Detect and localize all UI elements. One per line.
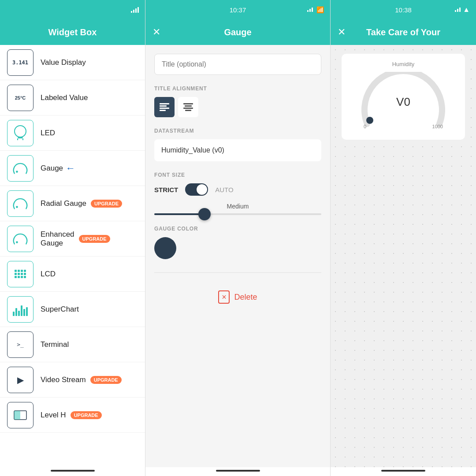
widget-item-terminal[interactable]: >_ Terminal [0, 327, 145, 362]
slider-track[interactable] [154, 213, 321, 215]
level-h-upgrade[interactable]: UPGRADE [71, 411, 102, 419]
gauge-widget: V0 0 1000 [359, 72, 447, 129]
gauge-max-value: 1000 [432, 124, 443, 129]
wifi-icon-2: 📶 [316, 6, 324, 13]
home-indicator-1 [51, 470, 95, 472]
gauge-arrow: ← [66, 163, 75, 174]
svg-rect-10 [160, 103, 169, 104]
auto-label: AUTO [215, 186, 233, 193]
widget-name-video-stream: Video Stream [41, 376, 86, 384]
time-2: 10:37 [230, 6, 246, 14]
gauge-color-section: GAUGE COLOR [154, 226, 321, 259]
svg-rect-17 [185, 110, 191, 111]
gauge-color-picker[interactable] [154, 237, 176, 259]
status-bar-3: 10:38 ▲ [331, 0, 476, 19]
align-left-button[interactable] [154, 97, 175, 117]
widget-item-level-h[interactable]: Level H UPGRADE [0, 398, 145, 433]
panel-gauge-settings: 10:37 📶 ✕ Gauge TITLE ALIGNMENT [145, 0, 331, 476]
slider-thumb[interactable] [198, 208, 211, 220]
enhanced-gauge-icon [7, 226, 33, 252]
level-h-icon [7, 402, 33, 428]
gauge-settings-header: ✕ Gauge [145, 19, 330, 45]
widget-name-labeled-value: Labeled Value [41, 93, 88, 102]
datastream-value[interactable]: Humidity_Value (v0) [154, 139, 321, 161]
widget-item-lcd[interactable]: LCD [0, 257, 145, 292]
home-bar-1 [0, 467, 145, 476]
labeled-value-icon: 25°C [7, 85, 33, 111]
widget-item-video-stream[interactable]: ▶ Video Stream UPGRADE [0, 362, 145, 398]
widget-item-gauge[interactable]: Gauge ← [0, 151, 145, 186]
svg-rect-2 [18, 138, 22, 138]
slider-fill [154, 213, 205, 215]
strict-label: STRICT [154, 186, 178, 193]
led-icon [7, 120, 33, 146]
toggle-container [185, 183, 208, 196]
font-size-toggle[interactable] [185, 183, 208, 196]
lcd-grid [15, 270, 26, 278]
widget-list: 3.141 Value Display 25°C Labeled Value [0, 45, 145, 467]
close-button-3[interactable]: ✕ [338, 27, 346, 37]
home-bar-2 [145, 467, 330, 476]
status-icons-2: 📶 [307, 6, 324, 13]
signal-bars-1 [131, 7, 139, 13]
widget-name-enhanced-gauge: EnhancedGauge [41, 230, 74, 248]
gauge-humidity-title: Humidity [392, 61, 415, 67]
title-input[interactable] [154, 54, 321, 75]
bar2 [133, 10, 134, 13]
svg-rect-9 [14, 411, 20, 420]
gauge-min-value: 0 [364, 124, 366, 129]
widget-item-radial-gauge[interactable]: Radial Gauge UPGRADE [0, 186, 145, 221]
widget-item-value-display[interactable]: 3.141 Value Display [0, 45, 145, 80]
status-bar-1 [0, 0, 145, 19]
gauge-color-label: GAUGE COLOR [154, 226, 321, 232]
delete-icon [218, 290, 230, 304]
svg-rect-15 [185, 105, 192, 107]
svg-point-6 [16, 206, 18, 208]
bar1 [131, 11, 132, 13]
preview-content: Humidity V0 0 1000 [331, 45, 476, 467]
home-indicator-3 [381, 470, 425, 472]
widget-name-gauge: Gauge [41, 164, 63, 173]
widget-item-enhanced-gauge[interactable]: EnhancedGauge UPGRADE [0, 221, 145, 257]
home-bar-3 [331, 467, 476, 476]
signal-bars-2 [307, 7, 313, 12]
font-size-label: FONT SIZE [154, 172, 321, 178]
time-3: 10:38 [395, 6, 412, 14]
terminal-icon: >_ [7, 331, 33, 358]
radial-gauge-upgrade[interactable]: UPGRADE [91, 200, 122, 208]
panel-gauge-preview: 10:38 ▲ ✕ Take Care of Your Humidity [331, 0, 476, 476]
preview-header: ✕ Take Care of Your [331, 19, 476, 45]
title-alignment-label: TITLE ALIGNMENT [154, 86, 321, 92]
widget-item-led[interactable]: LED [0, 115, 145, 151]
svg-point-0 [15, 126, 26, 137]
svg-rect-11 [160, 105, 167, 107]
delete-button[interactable]: Delete [234, 293, 257, 302]
svg-rect-14 [183, 103, 193, 104]
widget-name-radial-gauge: Radial Gauge [41, 199, 86, 208]
svg-point-5 [16, 171, 18, 173]
video-stream-upgrade[interactable]: UPGRADE [90, 376, 122, 384]
value-display-icon: 3.141 [7, 49, 33, 76]
lcd-icon [7, 261, 33, 287]
svg-rect-1 [18, 137, 23, 138]
close-button-2[interactable]: ✕ [152, 27, 160, 37]
preview-title: Take Care of Your [366, 27, 440, 37]
svg-rect-12 [160, 108, 169, 109]
font-size-row: STRICT AUTO [154, 183, 321, 196]
alignment-buttons [154, 97, 321, 117]
home-indicator-2 [216, 470, 260, 472]
level-h-svg [13, 410, 27, 420]
align-center-button[interactable] [178, 97, 198, 117]
enhanced-gauge-upgrade[interactable]: UPGRADE [79, 235, 110, 243]
font-size-slider-section: Medium [154, 203, 321, 215]
toggle-thumb [197, 184, 207, 195]
status-icons-1 [131, 7, 139, 13]
gauge-settings-title: Gauge [224, 27, 251, 37]
widget-name-value-display: Value Display [41, 58, 86, 67]
radial-gauge-svg [12, 195, 29, 212]
superchart-icon [7, 296, 33, 323]
widget-item-labeled-value[interactable]: 25°C Labeled Value [0, 80, 145, 115]
widget-item-superchart[interactable]: SuperChart [0, 292, 145, 327]
svg-point-18 [366, 117, 373, 124]
led-svg [13, 124, 27, 142]
